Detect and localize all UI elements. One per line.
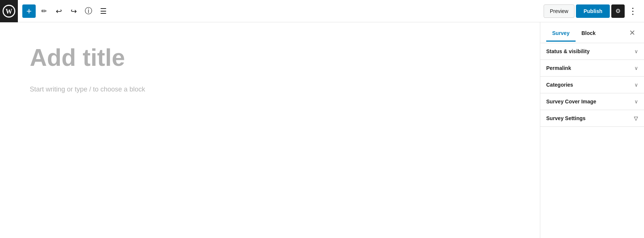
edit-button[interactable]: ✏	[37, 4, 51, 18]
main-area: Add title Start writing or type / to cho…	[0, 22, 644, 238]
panel-categories[interactable]: Categories ∨	[540, 77, 644, 93]
redo-button[interactable]: ↪	[67, 4, 80, 18]
list-view-button[interactable]: ☰	[97, 4, 110, 18]
sidebar: Survey Block ✕ Status & visibility ∨ Per…	[540, 22, 644, 238]
chevron-down-icon: ∨	[634, 48, 638, 54]
title-input[interactable]: Add title	[30, 45, 510, 71]
sidebar-close-button[interactable]: ✕	[626, 27, 638, 39]
settings-button[interactable]: ⚙	[611, 4, 625, 18]
gear-icon: ⚙	[615, 7, 621, 15]
panel-status-visibility[interactable]: Status & visibility ∨	[540, 43, 644, 60]
tab-survey[interactable]: Survey	[546, 24, 576, 42]
svg-text:W: W	[6, 7, 12, 15]
panel-survey-settings-label: Survey Settings	[546, 115, 586, 121]
info-button[interactable]: ⓘ	[82, 4, 95, 18]
redo-icon: ↪	[71, 7, 77, 16]
more-options-button[interactable]: ⋮	[626, 4, 640, 18]
sidebar-tabs: Survey Block	[546, 24, 626, 41]
toolbar: W + ✏ ↩ ↪ ⓘ ☰ Preview Publish ⚙ ⋮	[0, 0, 644, 22]
wp-logo-icon: W	[0, 0, 18, 22]
editor-body-placeholder[interactable]: Start writing or type / to choose a bloc…	[30, 86, 510, 93]
panel-survey-cover-image-label: Survey Cover Image	[546, 99, 596, 104]
chevron-down-filled-icon: ▽	[634, 115, 638, 121]
editor-area: Add title Start writing or type / to cho…	[0, 22, 540, 238]
edit-icon: ✏	[41, 7, 47, 15]
panel-survey-settings[interactable]: Survey Settings ▽	[540, 110, 644, 127]
chevron-down-icon: ∨	[634, 65, 638, 71]
chevron-down-icon: ∨	[634, 82, 638, 88]
sidebar-header: Survey Block ✕	[540, 22, 644, 43]
add-block-button[interactable]: +	[22, 4, 36, 18]
panel-permalink-label: Permalink	[546, 65, 571, 71]
tab-block[interactable]: Block	[576, 24, 602, 42]
undo-button[interactable]: ↩	[52, 4, 65, 18]
more-icon: ⋮	[628, 7, 637, 16]
panel-permalink[interactable]: Permalink ∨	[540, 60, 644, 77]
undo-icon: ↩	[56, 7, 62, 16]
preview-button[interactable]: Preview	[544, 4, 575, 18]
panel-categories-label: Categories	[546, 82, 573, 88]
panel-survey-cover-image[interactable]: Survey Cover Image ∨	[540, 93, 644, 110]
chevron-down-icon: ∨	[634, 99, 638, 104]
list-icon: ☰	[100, 7, 107, 16]
toolbar-right: Preview Publish ⚙ ⋮	[544, 4, 640, 18]
publish-button[interactable]: Publish	[576, 4, 610, 18]
info-icon: ⓘ	[85, 6, 92, 16]
panel-status-visibility-label: Status & visibility	[546, 48, 590, 54]
